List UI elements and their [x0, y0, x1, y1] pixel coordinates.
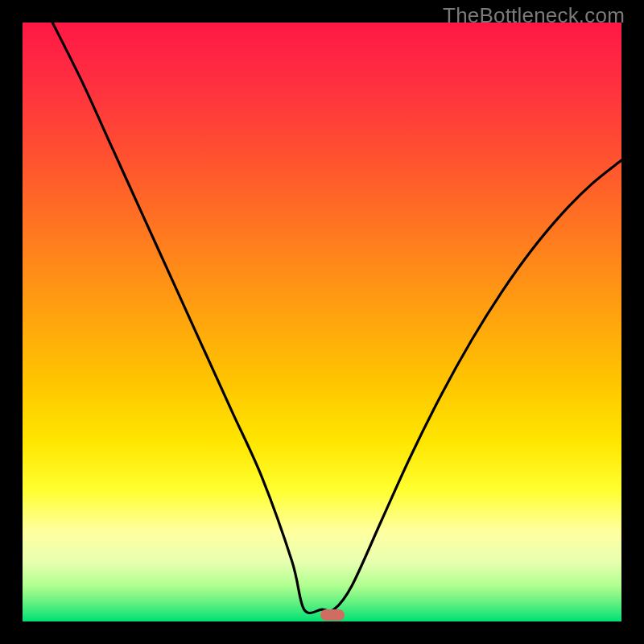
- chart-frame: TheBottleneck.com: [0, 0, 644, 644]
- plot-area: [23, 23, 621, 621]
- watermark-text: TheBottleneck.com: [443, 3, 625, 28]
- bottleneck-curve: [23, 23, 621, 621]
- optimum-marker: [320, 609, 345, 621]
